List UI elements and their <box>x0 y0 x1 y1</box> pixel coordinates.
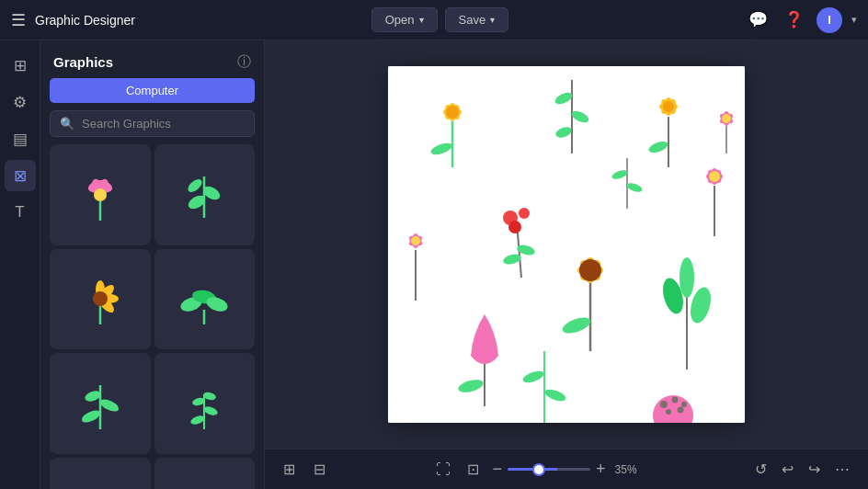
layers-icon[interactable]: ⊞ <box>280 457 299 482</box>
redo-icon[interactable]: ↪ <box>805 457 824 482</box>
crop-icon[interactable]: ⊡ <box>463 457 483 482</box>
panel-tabs: Computer <box>40 78 264 110</box>
zoom-controls: ⛶ ⊡ − + 35% <box>432 457 647 482</box>
panel-header: Graphics ⓘ <box>40 40 264 78</box>
svg-point-100 <box>666 409 671 415</box>
grid-icon[interactable]: ⊟ <box>310 457 329 482</box>
chat-icon[interactable]: 💬 <box>745 6 771 33</box>
graphic-item[interactable] <box>50 144 151 245</box>
bottom-bar: ⊞ ⊟ ⛶ ⊡ − + 35% ↺ ↩ ↪ ⋯ <box>265 449 868 489</box>
svg-rect-47 <box>388 66 745 423</box>
search-bar[interactable]: 🔍 Search Graphics <box>50 110 255 137</box>
refresh-icon[interactable]: ↺ <box>751 457 771 482</box>
svg-point-98 <box>672 397 679 404</box>
svg-point-22 <box>98 397 120 414</box>
svg-point-88 <box>579 259 601 281</box>
svg-point-76 <box>411 236 420 245</box>
undo-icon[interactable]: ↩ <box>778 457 797 482</box>
rail-graphics-icon[interactable]: ⊠ <box>5 160 36 191</box>
topbar-right: 💬 ❓ I ▾ <box>745 6 857 33</box>
svg-point-80 <box>508 221 521 233</box>
save-button[interactable]: Save ▾ <box>445 7 509 32</box>
graphic-item[interactable] <box>154 353 256 454</box>
svg-point-21 <box>80 408 102 425</box>
tab-computer[interactable]: Computer <box>50 78 255 103</box>
topbar-center: Open ▾ Save ▾ <box>371 7 508 32</box>
svg-point-71 <box>709 171 720 182</box>
svg-point-64 <box>663 101 674 112</box>
zoom-plus-icon[interactable]: + <box>596 460 606 479</box>
zoom-minus-icon[interactable]: − <box>492 460 502 479</box>
topbar-left: ☰ Graphic Designer <box>11 10 135 30</box>
svg-point-112 <box>722 114 731 123</box>
svg-point-97 <box>660 401 668 408</box>
svg-point-99 <box>681 402 687 407</box>
graphic-item[interactable] <box>154 249 256 350</box>
bottom-left: ⊞ ⊟ <box>280 457 329 482</box>
panel-title: Graphics <box>53 54 113 70</box>
graphic-item[interactable] <box>50 249 151 350</box>
graphic-item[interactable] <box>50 458 151 490</box>
app-title: Graphic Designer <box>35 13 135 28</box>
zoom-percentage: 35% <box>615 463 648 476</box>
zoom-slider-wrap: − + <box>492 460 605 479</box>
menu-icon[interactable]: ☰ <box>11 10 26 30</box>
graphics-panel: Graphics ⓘ Computer 🔍 Search Graphics <box>40 40 265 489</box>
svg-point-53 <box>446 106 459 119</box>
info-icon[interactable]: ⓘ <box>237 53 251 71</box>
more-icon[interactable]: ⋯ <box>831 457 853 482</box>
canvas-artwork <box>388 66 745 423</box>
help-icon[interactable]: ❓ <box>781 6 807 33</box>
topbar: ☰ Graphic Designer Open ▾ Save ▾ 💬 ❓ I ▾ <box>0 0 868 40</box>
search-input-label: Search Graphics <box>82 117 171 131</box>
main-area: ⊞ ⚙ ▤ ⊠ T Graphics ⓘ Computer 🔍 Search G… <box>0 40 868 489</box>
open-button[interactable]: Open ▾ <box>371 7 438 32</box>
svg-point-79 <box>519 208 530 219</box>
bottom-right: ↺ ↩ ↪ ⋯ <box>751 457 853 482</box>
graphic-item[interactable] <box>154 458 256 490</box>
fit-screen-icon[interactable]: ⛶ <box>432 458 454 482</box>
svg-point-4 <box>94 188 107 201</box>
search-icon: 🔍 <box>60 117 74 131</box>
rail-text-icon[interactable]: T <box>5 197 36 228</box>
graphics-grid <box>40 144 264 489</box>
svg-point-9 <box>186 176 204 194</box>
rail-filter-icon[interactable]: ⚙ <box>5 86 36 118</box>
avatar[interactable]: I <box>817 7 842 33</box>
graphic-item[interactable] <box>154 144 256 245</box>
svg-point-101 <box>678 407 684 414</box>
avatar-chevron-icon[interactable]: ▾ <box>851 14 857 26</box>
save-chevron-icon: ▾ <box>490 15 495 25</box>
canvas-frame <box>388 66 745 423</box>
canvas-area: ⊞ ⊟ ⛶ ⊡ − + 35% ↺ ↩ ↪ ⋯ <box>265 40 868 489</box>
canvas-workspace <box>265 40 868 449</box>
zoom-slider[interactable] <box>508 468 590 471</box>
svg-point-91 <box>680 257 694 298</box>
open-chevron-icon: ▾ <box>419 15 424 25</box>
svg-point-14 <box>93 291 108 306</box>
rail-home-icon[interactable]: ⊞ <box>5 50 36 81</box>
icon-rail: ⊞ ⚙ ▤ ⊠ T <box>0 40 40 489</box>
rail-layout-icon[interactable]: ▤ <box>5 123 36 154</box>
graphic-item[interactable] <box>50 353 151 454</box>
